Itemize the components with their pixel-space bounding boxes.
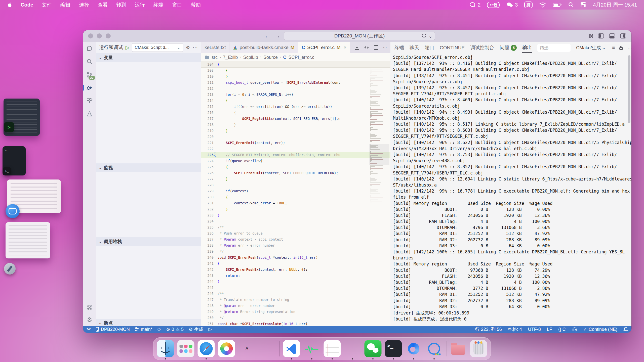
clear-output-icon[interactable]: ≡ — [612, 45, 615, 51]
code-line-250[interactable]: 250 */ — [201, 315, 390, 321]
breadcrumb-item-src[interactable]: src — [212, 55, 218, 60]
code-line-222[interactable]: 222 — [201, 146, 390, 152]
code-line-219[interactable]: 219 } — [201, 128, 390, 134]
code-line-227[interactable]: 227 } — [201, 176, 390, 182]
apple-menu-icon[interactable] — [7, 2, 12, 8]
output-scrollbar[interactable] — [628, 55, 630, 123]
panel-tab-输出[interactable]: 输出 — [522, 43, 532, 53]
toggle-panel-icon[interactable] — [609, 33, 615, 39]
debug-config-dropdown[interactable]: CMake: Script d...⌄ — [132, 43, 183, 52]
nav-forward-icon[interactable]: → — [275, 33, 280, 39]
battery-icon[interactable] — [553, 2, 562, 7]
chat-app-badge-icon[interactable] — [6, 204, 20, 218]
code-line-246[interactable]: 246/** — [201, 291, 390, 297]
language-mode-status[interactable]: {} C — [558, 327, 566, 332]
code-line-238[interactable]: 238 * @param err - error number — [201, 242, 390, 248]
editor-tab-SCPI_error.c[interactable]: CSCPI_error.cM× — [298, 42, 350, 53]
continue-extension-status[interactable]: ✓Continue (NE) — [583, 327, 617, 332]
code-line-241[interactable]: 241{ — [201, 260, 390, 266]
input-method-icon[interactable]: 拼 — [524, 2, 533, 8]
dock-item-chat-app[interactable] — [426, 340, 443, 357]
source-control-icon[interactable]: 27 — [83, 71, 96, 78]
eol-status[interactable]: LF — [547, 327, 552, 332]
launch-target-icon[interactable]: ▷ — [208, 327, 212, 332]
panel-tab-终端[interactable]: 终端 — [394, 43, 404, 53]
code-line-214[interactable]: 214 { — [201, 98, 390, 104]
extensions-icon[interactable] — [83, 98, 96, 104]
zoom-window-button[interactable] — [106, 33, 111, 38]
indentation-status[interactable]: 空格: 4 — [508, 326, 522, 332]
cmake-build-button[interactable]: ⚙生成 — [189, 326, 203, 332]
dock-item-downloads-folder[interactable] — [450, 340, 467, 357]
project-status[interactable]: DPB220-MON — [95, 327, 130, 332]
split-editor-icon[interactable] — [373, 45, 379, 50]
menu-datetime[interactable]: 4月20日 周一 15:41 — [593, 2, 637, 8]
code-line-213[interactable]: 213 for(i = 0; i < ERROR_DEFS_N; i++) — [201, 92, 390, 98]
customize-layout-icon[interactable] — [587, 33, 593, 39]
section-header-调用堆栈[interactable]: ⌄调用堆栈 — [96, 237, 201, 246]
code-line-237[interactable]: 237 * @param context - scpi context — [201, 236, 390, 242]
minimap[interactable] — [370, 62, 388, 326]
dock-item-notes[interactable] — [324, 340, 341, 357]
dock-item-finder[interactable] — [157, 340, 174, 357]
menu-item-文件[interactable]: 文件 — [42, 2, 52, 8]
code-line-248[interactable]: 248 * @param err - error number — [201, 303, 390, 309]
code-line-233[interactable]: 233} — [201, 212, 390, 218]
wechat-status-icon[interactable]: 3 — [506, 2, 518, 8]
panel-more-icon[interactable]: ⋯ — [627, 45, 631, 51]
breadcrumb-item-ScpiLib[interactable]: ScpiLib — [243, 55, 258, 60]
breadcrumb-item-SCPI_error.c[interactable]: SCPI_error.c — [288, 55, 314, 60]
code-line-231[interactable]: 231 context->cmd_error = TRUE; — [201, 200, 390, 206]
code-line-217[interactable]: 217 SCPI_RegSetBits(context, SCPI_REG_ES… — [201, 116, 390, 122]
menu-item-帮助[interactable]: 帮助 — [191, 2, 201, 8]
code-line-223[interactable]: 223 // SEGGER_RTT_Write(0, context->buff… — [201, 152, 390, 158]
editor-tab-post-build-tasks.cmake[interactable]: post-build-tasks.cmakeM — [229, 42, 298, 53]
code-line-244[interactable]: 244} — [201, 279, 390, 285]
dock-item-app-store[interactable]: A — [238, 340, 256, 357]
code-line-242[interactable]: 242 SCPI_ErrorPushEx(context, err, NULL,… — [201, 266, 390, 273]
dock-item-terminal[interactable]: >_ — [385, 340, 402, 357]
panel-tab-端口[interactable]: 端口 — [425, 43, 434, 53]
nav-back-icon[interactable]: ← — [265, 33, 270, 39]
output-log[interactable]: ScpiLib/Source/SCPI_error.c.obj[build] [… — [390, 54, 631, 326]
code-line-212[interactable]: 212 — [201, 85, 390, 92]
code-line-236[interactable]: 236 * Push error to queue — [201, 230, 390, 236]
git-branch-status[interactable]: main* — [135, 327, 152, 332]
panel-tab-调试控制台[interactable]: 调试控制台 — [470, 43, 494, 53]
menu-app-name[interactable]: Code — [21, 2, 33, 8]
encoding-status[interactable]: UTF-8 — [528, 327, 541, 332]
problems-status[interactable]: ⊗0 ⚠5 — [166, 327, 184, 332]
toggle-secondary-sidebar-icon[interactable] — [620, 33, 626, 39]
code-line-245[interactable]: 245 — [201, 285, 390, 291]
sync-icon[interactable]: ⟳ — [157, 327, 161, 332]
code-line-221[interactable]: 221 SCPI_ErrorEmit(context, err); — [201, 140, 390, 146]
menu-item-转到[interactable]: 转到 — [116, 2, 126, 8]
menu-item-终端[interactable]: 终端 — [153, 2, 164, 8]
code-line-225[interactable]: 225 { — [201, 164, 390, 170]
close-tab-icon[interactable]: × — [344, 45, 346, 50]
toggle-sidebar-icon[interactable] — [598, 33, 604, 39]
stage-thumb-tool-window[interactable] — [6, 222, 50, 258]
code-line-226[interactable]: 226 SCPI_ErrorEmit(context, SCPI_ERROR_Q… — [201, 170, 390, 176]
settings-gear-icon[interactable]: ⚙ — [86, 316, 93, 323]
code-line-239[interactable]: 239 */ — [201, 248, 390, 254]
cmake-tools-icon[interactable] — [83, 111, 96, 117]
notifications-bell-icon[interactable] — [623, 327, 628, 332]
output-channel-dropdown[interactable]: CMake/生成⌄ — [576, 45, 606, 51]
code-app-badge-icon[interactable]: > — [4, 122, 14, 132]
menu-item-选择[interactable]: 选择 — [79, 2, 89, 8]
code-line-220[interactable]: 220 — [201, 134, 390, 140]
section-header-监视[interactable]: ⌄监视 — [96, 163, 201, 172]
breadcrumb[interactable]: src›7_Exlib›ScpiLib›Source›CSCPI_error.c — [201, 53, 390, 61]
code-line-224[interactable]: 224 if(queue_overflow) — [201, 158, 390, 164]
panel-tab-问题[interactable]: 问题5 — [500, 43, 517, 53]
code-line-211[interactable]: 211 scpi_bool_t queue_overflow = !SCPI_E… — [201, 79, 390, 85]
dock-item-trash[interactable] — [470, 340, 487, 357]
window-titlebar[interactable]: ← → DPB220_MON (工作区) ⌄ — [83, 30, 631, 42]
breadcrumb-item-Source[interactable]: Source — [263, 55, 278, 60]
minimize-window-button[interactable] — [97, 33, 102, 38]
code-line-204[interactable]: 204{ — [201, 61, 390, 67]
dock-item-safari[interactable] — [198, 340, 215, 357]
code-line-230[interactable]: 230 { — [201, 194, 390, 200]
sidebar-more-icon[interactable]: ⋯ — [193, 44, 198, 51]
